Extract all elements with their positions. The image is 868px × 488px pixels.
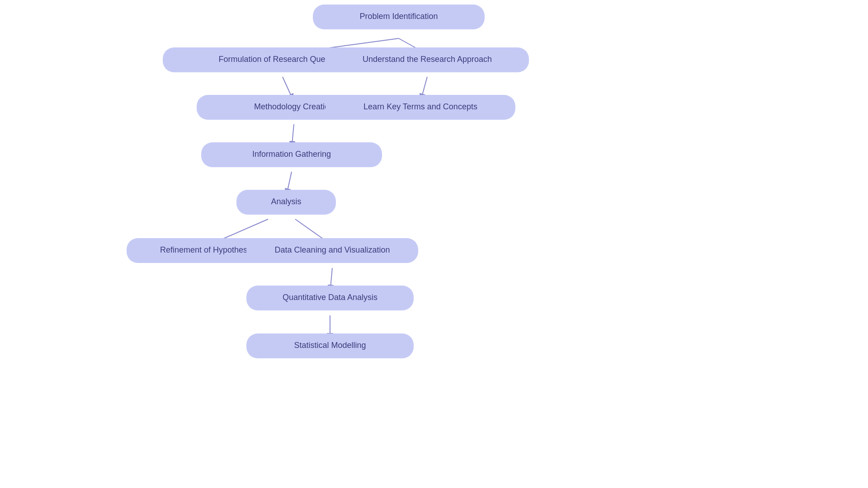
node-methodology-label: Methodology Creation [254, 102, 334, 111]
node-analysis-label: Analysis [271, 197, 301, 206]
node-statistical-label: Statistical Modelling [294, 341, 366, 350]
node-keyconcepts-label: Learn Key Terms and Concepts [363, 102, 477, 111]
node-understand-label: Understand the Research Approach [363, 55, 492, 64]
node-refinement-label: Refinement of Hypotheses [160, 245, 256, 254]
node-quantitative-label: Quantitative Data Analysis [283, 293, 377, 302]
node-info-label: Information Gathering [252, 150, 331, 159]
node-problem-label: Problem Identification [359, 12, 438, 21]
node-datacleaning-label: Data Cleaning and Visualization [275, 245, 390, 254]
